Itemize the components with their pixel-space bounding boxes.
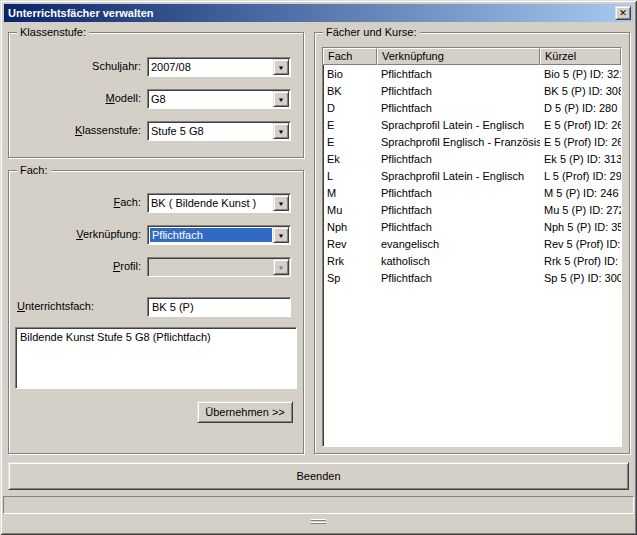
cell-fach: Sp	[323, 272, 377, 284]
list-row[interactable]: E Sprachprofil Latein - Englisch E 5 (Pr…	[323, 116, 621, 133]
list-row[interactable]: M Pflichtfach M 5 (P) ID: 246	[323, 184, 621, 201]
unterrichtsfach-input[interactable]	[147, 297, 291, 317]
cell-fach: E	[323, 119, 377, 131]
fach-group: Fach: Fach: BK ( Bildende Kunst ) ▼ Verk…	[8, 170, 304, 454]
cell-fach: M	[323, 187, 377, 199]
list-row[interactable]: Sp Pflichtfach Sp 5 (P) ID: 300	[323, 269, 621, 286]
chevron-down-icon: ▼	[278, 200, 285, 206]
fach-combobox[interactable]: BK ( Bildende Kunst ) ▼	[147, 193, 291, 213]
chevron-down-icon: ▼	[278, 64, 285, 70]
beschreibung-textbox[interactable]: Bildende Kunst Stufe 5 G8 (Pflichtfach)	[15, 327, 297, 389]
chevron-down-icon: ▼	[278, 232, 285, 238]
cell-kuerzel: Rrk 5 (Prof) ID: 3	[540, 255, 621, 267]
profil-value	[151, 260, 271, 274]
cell-verknuepfung: evangelisch	[377, 238, 540, 250]
schuljahr-label: Schuljahr:	[19, 60, 141, 72]
cell-kuerzel: Nph 5 (P) ID: 35	[540, 221, 621, 233]
list-row[interactable]: L Sprachprofil Latein - Englisch L 5 (Pr…	[323, 167, 621, 184]
faecher-kurse-group: Fächer und Kurse: Fach Verknüpfung Kürze…	[314, 32, 630, 454]
list-row[interactable]: Ek Pflichtfach Ek 5 (P) ID: 313	[323, 150, 621, 167]
cell-fach: D	[323, 102, 377, 114]
modell-value: G8	[151, 92, 271, 106]
cell-verknuepfung: Pflichtfach	[377, 153, 540, 165]
cell-kuerzel: E 5 (Prof) ID: 26	[540, 119, 621, 131]
chevron-down-icon: ▼	[278, 128, 285, 134]
list-row[interactable]: E Sprachprofil Englisch - Französisch E …	[323, 133, 621, 150]
column-header-verknuepfung[interactable]: Verknüpfung	[377, 48, 540, 65]
cell-kuerzel: L 5 (Prof) ID: 294	[540, 170, 621, 182]
cell-verknuepfung: Pflichtfach	[377, 85, 540, 97]
verknuepfung-value: Pflichtfach	[150, 228, 272, 242]
cell-verknuepfung: Pflichtfach	[377, 68, 540, 80]
klassenstufe-group-title: Klassenstufe:	[17, 26, 89, 38]
cell-verknuepfung: Pflichtfach	[377, 204, 540, 216]
cell-verknuepfung: Sprachprofil Englisch - Französisch	[377, 136, 540, 148]
list-row[interactable]: BK Pflichtfach BK 5 (P) ID: 308	[323, 82, 621, 99]
list-row[interactable]: Rev evangelisch Rev 5 (Prof) ID: 3	[323, 235, 621, 252]
fach-value: BK ( Bildende Kunst )	[151, 196, 271, 210]
cell-kuerzel: Rev 5 (Prof) ID: 3	[540, 238, 621, 250]
klassenstufe-combobox[interactable]: Stufe 5 G8 ▼	[147, 121, 291, 141]
schuljahr-value: 2007/08	[151, 60, 271, 74]
cell-fach: Bio	[323, 68, 377, 80]
beenden-button[interactable]: Beenden	[8, 462, 629, 490]
uebernehmen-button[interactable]: Übernehmen >>	[197, 401, 293, 423]
chevron-down-icon: ▼	[278, 96, 285, 102]
list-rows: Bio Pflichtfach Bio 5 (P) ID: 321 BK Pfl…	[323, 65, 621, 286]
cell-kuerzel: Ek 5 (P) ID: 313	[540, 153, 621, 165]
faecher-kurse-list: Fach Verknüpfung Kürzel Bio Pflichtfach …	[322, 47, 622, 447]
unterrichtsfach-label: Unterrichtsfach:	[17, 300, 147, 312]
cell-verknuepfung: Sprachprofil Latein - Englisch	[377, 119, 540, 131]
close-icon: ✕	[619, 9, 627, 18]
schuljahr-dropdown-button[interactable]: ▼	[273, 59, 289, 75]
close-button[interactable]: ✕	[615, 6, 631, 20]
cell-fach: L	[323, 170, 377, 182]
modell-label: Modell:	[19, 92, 141, 104]
cell-fach: Rev	[323, 238, 377, 250]
resize-grip-icon[interactable]	[311, 519, 326, 524]
dialog-window: Unterrichtsfächer verwalten ✕ Klassenstu…	[0, 0, 637, 535]
cell-fach: E	[323, 136, 377, 148]
column-header-fach[interactable]: Fach	[323, 48, 377, 65]
title-bar[interactable]: Unterrichtsfächer verwalten ✕	[4, 4, 633, 22]
cell-kuerzel: Mu 5 (P) ID: 272	[540, 204, 621, 216]
list-row[interactable]: Rrk katholisch Rrk 5 (Prof) ID: 3	[323, 252, 621, 269]
list-row[interactable]: D Pflichtfach D 5 (P) ID: 280	[323, 99, 621, 116]
list-row[interactable]: Mu Pflichtfach Mu 5 (P) ID: 272	[323, 201, 621, 218]
cell-kuerzel: Sp 5 (P) ID: 300	[540, 272, 621, 284]
verknuepfung-combobox[interactable]: Pflichtfach ▼	[147, 225, 291, 245]
cell-verknuepfung: Pflichtfach	[377, 187, 540, 199]
cell-fach: Ek	[323, 153, 377, 165]
faecher-kurse-group-title: Fächer und Kurse:	[323, 26, 420, 38]
profil-combobox: ▼	[147, 257, 291, 277]
klassenstufe-group: Klassenstufe: Schuljahr: 2007/08 ▼ Model…	[8, 32, 304, 158]
column-header-kuerzel[interactable]: Kürzel	[540, 48, 621, 65]
window-title: Unterrichtsfächer verwalten	[8, 7, 154, 19]
cell-kuerzel: M 5 (P) ID: 246	[540, 187, 621, 199]
modell-combobox[interactable]: G8 ▼	[147, 89, 291, 109]
cell-fach: Mu	[323, 204, 377, 216]
cell-verknuepfung: Pflichtfach	[377, 102, 540, 114]
verknuepfung-dropdown-button[interactable]: ▼	[273, 227, 289, 243]
profil-label: Profil:	[19, 260, 141, 272]
cell-kuerzel: D 5 (P) ID: 280	[540, 102, 621, 114]
profil-dropdown-button: ▼	[273, 259, 289, 275]
status-bar	[3, 496, 634, 514]
cell-verknuepfung: Pflichtfach	[377, 221, 540, 233]
verknuepfung-label: Verknüpfung:	[19, 228, 141, 240]
cell-kuerzel: BK 5 (P) ID: 308	[540, 85, 621, 97]
fach-dropdown-button[interactable]: ▼	[273, 195, 289, 211]
list-row[interactable]: Bio Pflichtfach Bio 5 (P) ID: 321	[323, 65, 621, 82]
list-header: Fach Verknüpfung Kürzel	[323, 48, 621, 65]
schuljahr-combobox[interactable]: 2007/08 ▼	[147, 57, 291, 77]
klassenstufe-label: Klassenstufe:	[19, 124, 141, 136]
klassenstufe-value: Stufe 5 G8	[151, 124, 271, 138]
klassenstufe-dropdown-button[interactable]: ▼	[273, 123, 289, 139]
modell-dropdown-button[interactable]: ▼	[273, 91, 289, 107]
cell-verknuepfung: Pflichtfach	[377, 272, 540, 284]
cell-verknuepfung: Sprachprofil Latein - Englisch	[377, 170, 540, 182]
fach-group-title: Fach:	[17, 164, 51, 176]
cell-verknuepfung: katholisch	[377, 255, 540, 267]
list-row[interactable]: Nph Pflichtfach Nph 5 (P) ID: 35	[323, 218, 621, 235]
chevron-down-icon: ▼	[278, 264, 285, 270]
